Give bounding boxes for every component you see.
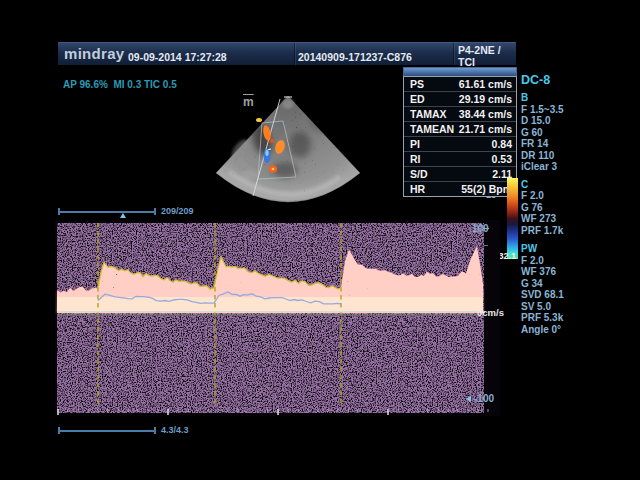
time-scroll-line (59, 430, 156, 432)
param-line: iClear 3 (521, 161, 617, 173)
cine-frame-counter: 209/209 (161, 206, 194, 216)
orientation-marker: m (243, 95, 254, 109)
system-model-label: DC-8 (521, 74, 617, 87)
result-label: S/D (410, 168, 428, 180)
velocity-scale-bottom: -100 (474, 393, 494, 404)
imaging-parameters-panel: DC-8 B F 1.5~3.5 D 15.0 G 60 FR 14 DR 11… (521, 74, 617, 335)
exam-id-label: 20140909-171237-C876 (298, 51, 412, 63)
color-scale-bar (507, 178, 518, 259)
result-label: PI (410, 138, 420, 150)
topbar-divider (294, 43, 295, 65)
param-line: G 76 (521, 202, 617, 214)
top-status-bar: mindray 09-09-2014 17:27:28 20140909-171… (58, 42, 516, 65)
results-panel-titlebar (403, 67, 517, 76)
result-row: PS61.61 cm/s (404, 77, 516, 91)
result-value: 29.19 cm/s (459, 93, 512, 105)
param-line: PRF 5.3k (521, 312, 617, 324)
result-value: 0.84 (492, 138, 512, 150)
param-line: F 1.5~3.5 (521, 104, 617, 116)
param-line: G 60 (521, 127, 617, 139)
param-line: G 34 (521, 278, 617, 290)
result-label: PS (410, 78, 424, 90)
measurement-results-panel: PS61.61 cm/s ED29.19 cm/s TAMAX38.44 cm/… (403, 67, 517, 197)
b-mode-image (200, 88, 380, 208)
time-scroll-start-tick (58, 427, 60, 434)
time-scroll-end-tick (154, 427, 156, 434)
result-value: 21.71 cm/s (459, 123, 512, 135)
baseline-marker-icon (466, 396, 471, 402)
param-line: DR 110 (521, 150, 617, 162)
result-value: 38.44 cm/s (459, 108, 512, 120)
pw-spectrogram (55, 220, 500, 420)
cine-position-marker (120, 213, 126, 218)
topbar-divider (453, 43, 454, 65)
cine-end-tick (154, 208, 156, 215)
velocity-scale-top: 100 (472, 223, 489, 234)
color-mode-section-header: C (521, 179, 617, 191)
cine-progress-line (59, 211, 156, 213)
param-line: FR 14 (521, 138, 617, 150)
brand-logo: mindray (64, 45, 124, 62)
pw-mode-section-header: PW (521, 243, 617, 255)
result-label: TAMAX (410, 108, 447, 120)
result-row: S/D2.11 (404, 166, 516, 181)
param-line: F 2.0 (521, 190, 617, 202)
result-row: PI0.84 (404, 136, 516, 151)
cine-start-tick (58, 208, 60, 215)
result-value: 61.61 cm/s (459, 78, 512, 90)
param-line: D 15.0 (521, 115, 617, 127)
param-line: WF 273 (521, 213, 617, 225)
param-line: SVD 68.1 (521, 289, 617, 301)
param-line: Angle 0° (521, 324, 617, 336)
result-row: TAMAX38.44 cm/s (404, 106, 516, 121)
result-value: 0.53 (492, 153, 512, 165)
result-label: TAMEAN (410, 123, 454, 135)
result-row: ED29.19 cm/s (404, 91, 516, 106)
result-label: RI (410, 153, 421, 165)
ultrasound-screen: mindray 09-09-2014 17:27:28 20140909-171… (0, 0, 640, 480)
time-duration-label: 4.3/4.3 (161, 425, 189, 435)
param-line: WF 376 (521, 266, 617, 278)
velocity-scale-zero: 0cm/s (477, 307, 504, 318)
param-line: F 2.0 (521, 255, 617, 267)
result-row: HR55(2) Bpm (404, 181, 516, 196)
results-panel-body: PS61.61 cm/s ED29.19 cm/s TAMAX38.44 cm/… (403, 76, 517, 197)
result-value: 55(2) Bpm (461, 183, 512, 195)
probe-indicator: P4-2NE / TCI (458, 44, 516, 68)
param-line: PRF 1.7k (521, 225, 617, 237)
result-row: TAMEAN21.71 cm/s (404, 121, 516, 136)
param-line: SV 5.0 (521, 301, 617, 313)
b-mode-section-header: B (521, 92, 617, 104)
result-label: ED (410, 93, 425, 105)
result-label: HR (410, 183, 425, 195)
result-row: RI0.53 (404, 151, 516, 166)
datetime-label: 09-09-2014 17:27:28 (128, 51, 227, 63)
acoustic-power-readout: AP 96.6% MI 0.3 TIC 0.5 (63, 79, 177, 90)
